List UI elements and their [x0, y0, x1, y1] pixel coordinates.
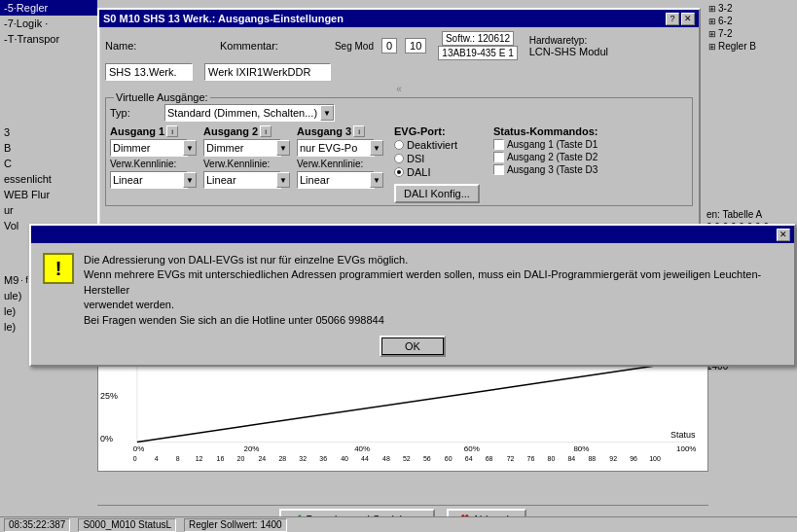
svg-text:20: 20: [237, 455, 245, 462]
tree-item-32[interactable]: ⊞ 3-2: [706, 2, 795, 15]
status-bar: 08:35:22:387 S000_M010 StatusL Regler So…: [0, 516, 797, 532]
sidebar-item-c: C: [0, 156, 97, 171]
main-window-title: S0 M10 SHS 13 Werk.: Ausgangs-Einstellun…: [103, 13, 344, 24]
svg-text:92: 92: [609, 455, 617, 462]
status-ausgang3-checkbox[interactable]: [493, 164, 504, 175]
ausgang1-kennlinie-select[interactable]: Linear: [110, 171, 188, 189]
status-ausgang1-row[interactable]: Ausgang 1 (Taste D1: [493, 139, 598, 150]
status-right: Regler Sollwert: 1400: [184, 518, 287, 532]
svg-text:24: 24: [258, 455, 266, 462]
virtuelle-ausgange-group: Virtuelle Ausgänge: Typ: Standard (Dimme…: [105, 97, 693, 206]
sidebar-item-regler[interactable]: -5·Regler: [0, 0, 97, 16]
sidebar-item-logik[interactable]: -7·Logik ·: [0, 16, 97, 31]
status-commands-title: Status-Kommandos:: [493, 125, 598, 137]
svg-text:32: 32: [299, 455, 307, 462]
ausgang3-type-wrapper[interactable]: nur EVG-Port ▼: [297, 139, 384, 157]
evg-dali-row[interactable]: DALI: [394, 166, 480, 178]
svg-text:88: 88: [588, 455, 596, 462]
ausgang1-info-btn[interactable]: i: [166, 125, 178, 137]
ausgang3-kennlinie-select[interactable]: Linear: [297, 171, 375, 189]
svg-text:96: 96: [630, 455, 637, 462]
status-ausgang2-row[interactable]: Ausgang 2 (Taste D2: [493, 152, 598, 162]
ausgang-row: Ausgang 1 i Dimmer ▼ Verw.Kennlinie: Lin…: [110, 125, 688, 203]
help-button[interactable]: ?: [666, 13, 679, 25]
alert-body: ! Die Adressierung von DALI-EVGs ist nur…: [31, 243, 794, 365]
status-ausgang2-label: Ausgang 2 (Taste D2: [507, 152, 598, 162]
name-input[interactable]: [105, 63, 193, 81]
sidebar-item-essenlicht[interactable]: essenlicht: [0, 171, 97, 187]
svg-text:12: 12: [196, 455, 203, 462]
ausgang1-type-select[interactable]: Dimmer: [110, 139, 188, 157]
svg-text:Status: Status: [670, 430, 696, 440]
status-ausgang2-checkbox[interactable]: [493, 152, 504, 162]
ausgang2-kennlinie-wrapper[interactable]: Linear ▼: [203, 171, 291, 189]
typ-label: Typ:: [110, 107, 159, 119]
svg-text:68: 68: [486, 455, 493, 462]
ausgang1-kennlinie-wrapper[interactable]: Linear ▼: [110, 171, 198, 189]
alert-text: Die Adressierung von DALI-EVGs ist nur f…: [84, 253, 782, 328]
evg-deaktiviert-label: Deaktiviert: [407, 139, 457, 151]
tree-item-72[interactable]: ⊞ 7-2: [706, 27, 795, 40]
ausgang1-kennlinie-label: Verw.Kennlinie:: [110, 159, 198, 169]
svg-rect-0: [98, 351, 707, 471]
sidebar-item-ur[interactable]: ur: [0, 202, 97, 218]
dali-konfig-button[interactable]: DALI Konfig...: [394, 184, 480, 203]
status-commands-section: Status-Kommandos: Ausgang 1 (Taste D1 Au…: [493, 125, 598, 175]
svg-text:0%: 0%: [100, 435, 113, 444]
alert-close-button[interactable]: ✕: [777, 229, 790, 241]
status-ausgang1-label: Ausgang 1 (Taste D1: [507, 139, 598, 150]
sidebar-item-webflur[interactable]: WEB Flur: [0, 187, 97, 202]
tree-item-62[interactable]: ⊞ 6-2: [706, 15, 795, 27]
svg-text:80: 80: [548, 455, 556, 462]
ausgang3-kennlinie-wrapper[interactable]: Linear ▼: [297, 171, 384, 189]
svg-text:40: 40: [341, 455, 348, 462]
evg-dali-radio[interactable]: [394, 167, 404, 177]
evg-dsi-row[interactable]: DSI: [394, 153, 480, 164]
status-ausgang1-checkbox[interactable]: [493, 139, 504, 150]
softw-bottom: 13AB19-435 E 1: [438, 46, 517, 60]
svg-text:60: 60: [445, 455, 453, 462]
softw-top: Softw.: 120612: [442, 31, 514, 46]
status-ausgang3-row[interactable]: Ausgang 3 (Taste D3: [493, 164, 598, 175]
ausgang3-header: Ausgang 3: [297, 125, 351, 137]
evg-deaktiviert-row[interactable]: Deaktiviert: [394, 139, 480, 151]
ausgang3-col: Ausgang 3 i nur EVG-Port ▼ Verw.Kennlini…: [297, 125, 384, 189]
sidebar-item-transport[interactable]: -T·Transpor: [0, 31, 97, 47]
evg-deaktiviert-radio[interactable]: [394, 140, 404, 150]
status-message: S000_M010 StatusL: [78, 518, 176, 532]
evg-port-section: EVG-Port: Deaktiviert DSI DALI DALI Konf…: [394, 125, 480, 203]
virtuelle-legend: Virtuelle Ausgänge:: [114, 91, 210, 103]
typ-select[interactable]: Standard (Dimmen, Schalten...): [164, 104, 335, 122]
evg-dali-label: DALI: [407, 166, 430, 178]
kommentar-input[interactable]: [204, 63, 331, 81]
svg-text:28: 28: [278, 455, 286, 462]
svg-text:60%: 60%: [464, 444, 480, 453]
sidebar-item-b: B: [0, 140, 97, 156]
svg-text:0%: 0%: [133, 444, 145, 453]
alert-titlebar: ✕: [31, 226, 794, 243]
status-time: 08:35:22:387: [4, 518, 70, 532]
ausgang2-info-btn[interactable]: i: [260, 125, 272, 137]
alert-dialog: ✕ ! Die Adressierung von DALI-EVGs ist n…: [29, 224, 796, 367]
ausgang3-type-select[interactable]: nur EVG-Port: [297, 139, 375, 157]
ausgang2-type-select[interactable]: Dimmer: [203, 139, 281, 157]
alert-icon: !: [43, 253, 74, 284]
ausgang2-kennlinie-select[interactable]: Linear: [203, 171, 281, 189]
typ-select-wrapper[interactable]: Standard (Dimmen, Schalten...) ▼: [164, 104, 335, 122]
close-button[interactable]: ✕: [681, 13, 695, 25]
tree-item-regler-b[interactable]: ⊞ Regler B: [706, 40, 795, 53]
svg-text:100: 100: [649, 455, 661, 462]
ausgang1-type-wrapper[interactable]: Dimmer ▼: [110, 139, 198, 157]
svg-text:76: 76: [527, 455, 535, 462]
ausgang3-kennlinie-label: Verw.Kennlinie:: [297, 159, 384, 169]
kommentar-label: Kommentar:: [220, 40, 278, 52]
ausgang2-type-wrapper[interactable]: Dimmer ▼: [203, 139, 291, 157]
hw-label: Hardwaretyp:: [529, 35, 608, 46]
evg-dsi-radio[interactable]: [394, 154, 404, 163]
alert-ok-button[interactable]: OK: [380, 336, 446, 357]
svg-text:52: 52: [403, 455, 411, 462]
ausgang2-col: Ausgang 2 i Dimmer ▼ Verw.Kennlinie: Lin…: [203, 125, 291, 189]
name-label: Name:: [105, 40, 154, 52]
ausgang3-info-btn[interactable]: i: [353, 125, 365, 137]
main-window-body: Name: Kommentar: Seg Mod 0 10 Softw.: 12…: [99, 27, 699, 213]
